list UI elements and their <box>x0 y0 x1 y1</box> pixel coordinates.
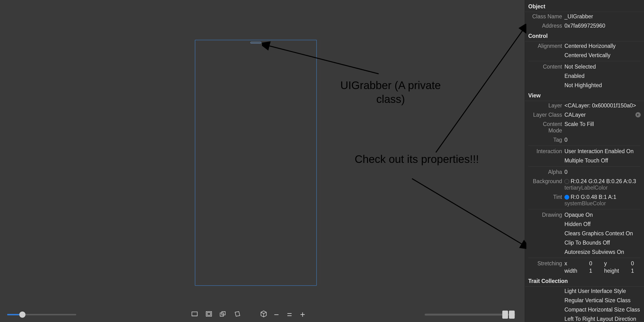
color-swatch-icon <box>564 179 569 184</box>
drawing-label: Drawing <box>528 212 564 218</box>
section-object-header: Object <box>525 0 644 12</box>
tint-label: Tint <box>528 194 564 200</box>
layer-label: Layer <box>528 102 564 109</box>
color-swatch-icon <box>564 195 569 200</box>
trait-value-1: Light User Interface Style <box>564 288 641 294</box>
inspector-panel: Object Class Name _UIGrabber Address 0x7… <box>525 0 644 322</box>
bottom-toolbar: − = + <box>0 307 525 322</box>
interaction-value-2: Multiple Touch Off <box>564 158 641 164</box>
uigrabber-element[interactable] <box>250 42 261 44</box>
content-value-3: Not Highlighted <box>564 82 641 88</box>
stack-layers-icon[interactable] <box>219 310 227 320</box>
layer-class-value: CALayer <box>564 112 641 118</box>
navigate-icon[interactable] <box>636 112 641 118</box>
alignment-label: Alignment <box>528 43 564 49</box>
visible-range-slider[interactable] <box>425 314 515 316</box>
drawing-value-3: Clears Graphics Context On <box>564 230 641 237</box>
zoom-slider[interactable] <box>7 314 76 315</box>
constraints-icon[interactable] <box>205 310 213 320</box>
content-value-1: Not Selected <box>564 64 641 70</box>
interaction-value-1: User Interaction Enabled On <box>564 148 641 154</box>
drawing-value-1: Opaque On <box>564 212 641 218</box>
orient-3d-icon[interactable] <box>234 310 242 320</box>
drawing-value-2: Hidden Off <box>564 221 641 228</box>
tag-value: 0 <box>564 137 641 143</box>
svg-rect-6 <box>207 312 210 315</box>
drawing-value-5: Autoresize Subviews On <box>564 249 641 255</box>
trait-value-2: Regular Vertical Size Class <box>564 297 641 304</box>
address-label: Address <box>528 23 564 29</box>
stretching-label: Stretching <box>528 260 564 267</box>
stretching-value: x0 y0 width1 height1 <box>564 260 641 274</box>
view-debugger-canvas[interactable]: UIGrabber (A private class) Check out it… <box>0 0 525 322</box>
interaction-label: Interaction <box>528 148 564 154</box>
box-3d-icon[interactable] <box>260 310 268 320</box>
content-value-2: Enabled <box>564 73 641 79</box>
arrow-annotation-3 <box>405 167 526 252</box>
section-trait-header: Trait Collection <box>525 276 644 286</box>
content-mode-label: Content Mode <box>528 121 564 134</box>
class-name-value[interactable]: _UIGrabber <box>564 13 641 20</box>
clipped-content-icon[interactable] <box>190 310 199 320</box>
alignment-value-2: Centered Vertically <box>564 52 641 58</box>
content-mode-value: Scale To Fill <box>564 121 641 128</box>
annotation-title-2: Check out its properties!!! <box>334 152 500 166</box>
layer-class-label: Layer Class <box>528 112 564 118</box>
trait-value-3: Compact Horizontal Size Class <box>564 306 641 313</box>
drawing-value-4: Clip To Bounds Off <box>564 240 641 246</box>
trait-value-4: Left To Right Layout Direction <box>564 316 641 322</box>
increase-spacing-icon[interactable]: + <box>300 310 305 319</box>
address-value[interactable]: 0x7fa699725960 <box>564 23 641 29</box>
svg-rect-3 <box>192 312 198 316</box>
tag-label: Tag <box>528 137 564 143</box>
background-value: R:0.24 G:0.24 B:0.26 A:0.3 tertiaryLabel… <box>564 178 641 191</box>
alpha-value: 0 <box>564 169 641 175</box>
alignment-value-1: Centered Horizonally <box>564 43 641 49</box>
content-label: Content <box>528 64 564 70</box>
device-frame[interactable] <box>195 40 317 286</box>
tint-value: R:0 G:0.48 B:1 A:1 systemBlueColor <box>564 194 641 207</box>
section-control-header: Control <box>525 30 644 42</box>
layer-value[interactable]: <CALayer: 0x600001f150a0> <box>564 102 641 109</box>
background-label: Background <box>528 178 564 184</box>
section-view-header: View <box>525 90 644 101</box>
decrease-spacing-icon[interactable]: − <box>274 310 279 319</box>
svg-line-2 <box>412 178 524 245</box>
annotation-title-1: UIGrabber (A private class) <box>329 78 452 106</box>
class-name-label: Class Name <box>528 13 564 20</box>
reset-spacing-icon[interactable]: = <box>287 310 292 319</box>
alpha-label: Alpha <box>528 169 564 175</box>
